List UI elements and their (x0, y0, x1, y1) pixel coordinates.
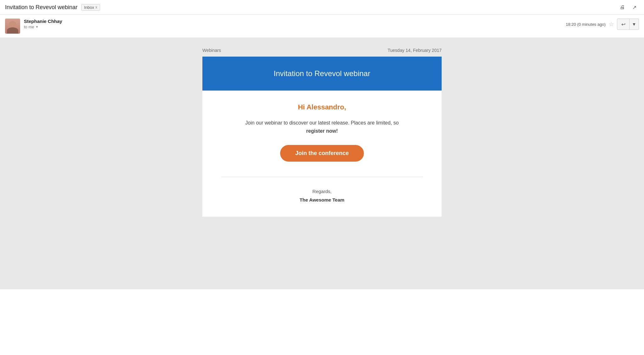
body-line2: register now! (306, 128, 338, 134)
email-subject-title: Invitation to Revevol webinar (5, 4, 77, 11)
to-me-text: to me (24, 25, 34, 29)
inbox-tag[interactable]: Inbox x (81, 4, 100, 11)
print-icon[interactable]: 🖨 (618, 3, 627, 12)
body-text: Join our webinar to discover our latest … (221, 119, 423, 135)
email-header-banner: Invitation to Revevol webinar (202, 57, 442, 91)
top-bar-right: 🖨 ↗ (618, 3, 639, 12)
to-me-label: to me ▼ (24, 25, 62, 29)
email-date: Tuesday 14, February 2017 (388, 48, 442, 53)
email-timestamp: 18:20 (0 minutes ago) (566, 22, 606, 27)
top-bar: Invitation to Revevol webinar Inbox x 🖨 … (0, 0, 644, 15)
avatar (5, 19, 20, 34)
sender-name: Stephanie Chhay (24, 19, 62, 24)
inbox-tag-close[interactable]: x (95, 5, 97, 9)
banner-title: Invitation to Revevol webinar (209, 69, 435, 78)
sender-right: 18:20 (0 minutes ago) ☆ ↩ ▼ (566, 19, 639, 30)
body-line1: Join our webinar to discover our latest … (245, 120, 398, 125)
regards-line2: The Awesome Team (300, 197, 344, 202)
email-category: Webinars (202, 48, 221, 53)
inbox-label: Inbox (84, 5, 94, 10)
external-link-icon[interactable]: ↗ (630, 3, 639, 12)
email-content-wrapper: Webinars Tuesday 14, February 2017 Invit… (171, 44, 473, 217)
to-me-chevron-icon[interactable]: ▼ (36, 25, 39, 29)
regards-line1: Regards, (313, 189, 332, 194)
email-card: Invitation to Revevol webinar Hi Alessan… (202, 57, 442, 217)
action-buttons: ↩ ▼ (617, 19, 639, 30)
sender-row: Stephanie Chhay to me ▼ 18:20 (0 minutes… (0, 15, 644, 38)
star-icon[interactable]: ☆ (609, 21, 614, 28)
regards-text: Regards, The Awesome Team (221, 187, 423, 204)
more-actions-button[interactable]: ▼ (630, 19, 639, 30)
email-card-body: Hi Alessandro, Join our webinar to disco… (202, 91, 442, 217)
email-meta-row: Webinars Tuesday 14, February 2017 (202, 44, 442, 57)
greeting-text: Hi Alessandro, (221, 103, 423, 111)
reply-button[interactable]: ↩ (617, 19, 630, 30)
sender-info: Stephanie Chhay to me ▼ (24, 19, 62, 29)
sender-left: Stephanie Chhay to me ▼ (5, 19, 62, 34)
top-bar-left: Invitation to Revevol webinar Inbox x (5, 4, 100, 11)
join-conference-button[interactable]: Join the conference (280, 145, 364, 162)
divider (221, 177, 423, 177)
email-body-outer: Webinars Tuesday 14, February 2017 Invit… (0, 38, 644, 289)
